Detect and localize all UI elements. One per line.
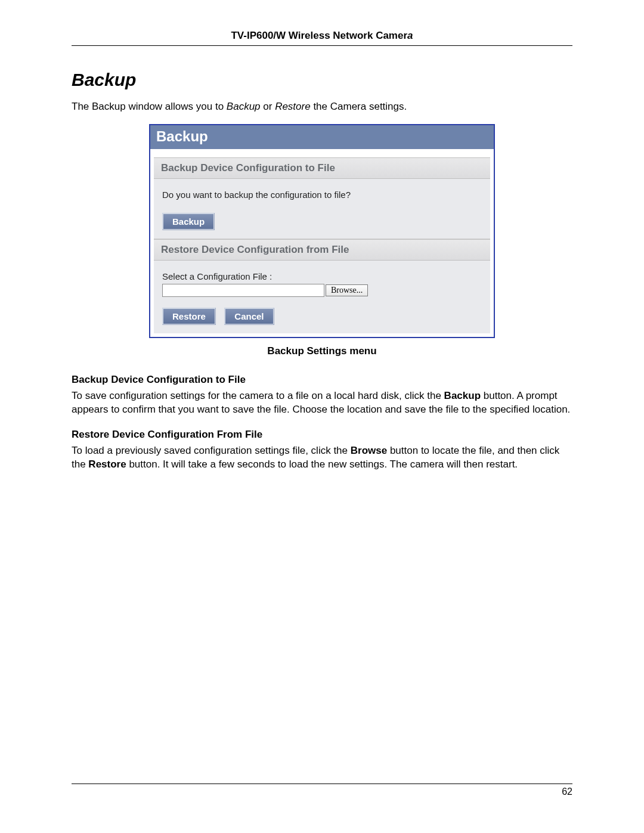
panel-title: Backup	[150, 125, 494, 149]
sec1-b1: Backup	[444, 390, 481, 401]
backup-heading: Backup Device Configuration to File	[72, 374, 572, 386]
restore-file-label: Select a Configuration File :	[162, 271, 482, 281]
restore-button[interactable]: Restore	[162, 308, 216, 325]
page-number: 62	[72, 786, 572, 797]
header-title-italic: a	[407, 30, 413, 41]
sec2-b1: Browse	[351, 445, 387, 456]
backup-question: Do you want to backup the configuration …	[162, 190, 482, 200]
intro-italic-1: Backup	[227, 101, 261, 112]
sec2-b2: Restore	[88, 459, 126, 470]
intro-text-1: The Backup window allows you to	[72, 101, 227, 112]
header-divider	[72, 45, 572, 46]
backup-subheader: Backup Device Configuration to File	[154, 157, 490, 179]
sec1-t1: To save configuration settings for the c…	[72, 390, 444, 401]
panel-spacer	[150, 149, 494, 157]
page-header: TV-IP600/W Wireless Network Camera	[72, 30, 572, 45]
figure-caption: Backup Settings menu	[72, 345, 572, 357]
restore-subheader: Restore Device Configuration from File	[154, 239, 490, 261]
intro-italic-2: Restore	[275, 101, 311, 112]
header-title-base: TV-IP600/W Wireless Network Camer	[231, 30, 407, 41]
intro-text-3: the Camera settings.	[311, 101, 407, 112]
backup-paragraph: To save configuration settings for the c…	[72, 389, 572, 417]
restore-paragraph: To load a previously saved configuration…	[72, 444, 572, 472]
file-picker-row: Browse...	[162, 284, 482, 297]
cancel-button[interactable]: Cancel	[224, 308, 274, 325]
backup-body: Do you want to backup the configuration …	[154, 179, 490, 239]
backup-panel-screenshot: Backup Backup Device Configuration to Fi…	[149, 124, 495, 338]
intro-text-2: or	[261, 101, 275, 112]
restore-body: Select a Configuration File : Browse... …	[154, 261, 490, 333]
footer-divider	[72, 784, 572, 784]
page-footer: 62	[72, 784, 572, 797]
sec2-t3: button. It will take a few seconds to lo…	[126, 459, 518, 470]
browse-button[interactable]: Browse...	[326, 284, 368, 296]
section-title: Backup	[72, 70, 572, 90]
intro-paragraph: The Backup window allows you to Backup o…	[72, 100, 572, 114]
restore-heading: Restore Device Configuration From File	[72, 429, 572, 441]
backup-button[interactable]: Backup	[162, 213, 215, 230]
sec2-t1: To load a previously saved configuration…	[72, 445, 351, 456]
file-path-input[interactable]	[162, 284, 324, 297]
